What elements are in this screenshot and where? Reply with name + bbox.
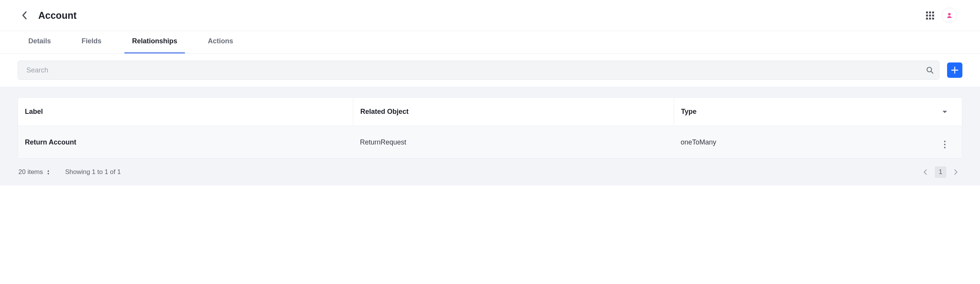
search-input[interactable]: [26, 66, 926, 74]
apps-icon[interactable]: [926, 11, 934, 20]
page-number[interactable]: 1: [935, 166, 946, 178]
pagination: 1: [920, 166, 962, 178]
caret-down-icon: [942, 110, 947, 114]
avatar[interactable]: [942, 8, 957, 23]
sort-arrows-icon: ▲▼: [47, 169, 50, 175]
user-icon: [946, 12, 953, 19]
tab-fields[interactable]: Fields: [74, 31, 109, 54]
search-icon: [926, 66, 934, 74]
cell-label: Return Account: [18, 126, 353, 158]
toolbar: [0, 54, 980, 87]
page-title: Account: [38, 10, 77, 21]
chevron-left-icon: [923, 169, 927, 175]
cell-related-object: ReturnRequest: [353, 126, 674, 158]
svg-point-0: [948, 13, 951, 16]
row-actions[interactable]: [928, 126, 962, 158]
tab-details[interactable]: Details: [21, 31, 59, 54]
back-button[interactable]: [20, 11, 29, 20]
showing-text: Showing 1 to 1 of 1: [65, 168, 121, 176]
plus-icon: [951, 66, 959, 74]
cell-type: oneToMany: [674, 126, 928, 158]
col-header-label[interactable]: Label: [18, 98, 353, 126]
col-header-related-object[interactable]: Related Object: [353, 98, 674, 126]
items-per-page-label: 20 items: [18, 168, 43, 176]
col-header-actions[interactable]: [928, 98, 962, 126]
header: Account: [0, 0, 980, 31]
relationships-table: Label Related Object Type Return Account…: [18, 97, 962, 159]
search-box[interactable]: [18, 61, 939, 80]
add-button[interactable]: [947, 62, 962, 78]
chevron-left-icon: [22, 11, 27, 20]
items-per-page[interactable]: 20 items ▲▼: [18, 168, 50, 176]
tab-actions[interactable]: Actions: [200, 31, 241, 54]
kebab-icon: [934, 141, 955, 148]
content: Label Related Object Type Return Account…: [0, 87, 980, 186]
tabs: Details Fields Relationships Actions: [0, 31, 980, 54]
table-footer: 20 items ▲▼ Showing 1 to 1 of 1 1: [18, 159, 962, 178]
prev-page-button[interactable]: [920, 166, 931, 178]
chevron-right-icon: [954, 169, 958, 175]
tab-relationships[interactable]: Relationships: [124, 31, 185, 54]
next-page-button[interactable]: [950, 166, 962, 178]
table-row[interactable]: Return Account ReturnRequest oneToMany: [18, 126, 962, 158]
svg-point-1: [927, 67, 932, 72]
col-header-type[interactable]: Type: [674, 98, 928, 126]
